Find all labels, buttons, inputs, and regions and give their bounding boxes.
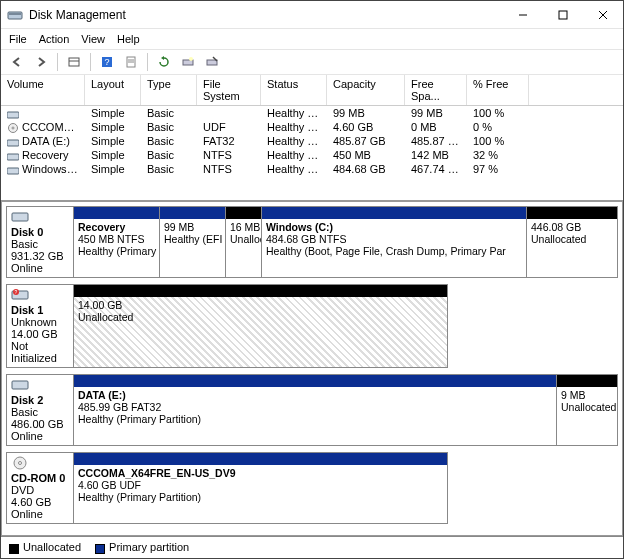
disk-info[interactable]: ? Disk 1 Unknown 14.00 GB Not Initialize… xyxy=(6,284,74,368)
volume-name: Recovery xyxy=(1,148,85,162)
volume-layout: Simple xyxy=(85,162,141,176)
dvd-icon xyxy=(11,456,29,470)
partition[interactable]: CCCOMA_X64FRE_EN-US_DV94.60 GB UDFHealth… xyxy=(74,453,447,523)
disk-row: Disk 2 Basic 486.00 GB Online DATA (E:)4… xyxy=(6,374,618,446)
toolbar-separator xyxy=(90,53,91,71)
forward-button[interactable] xyxy=(31,52,51,72)
volume-capacity: 485.87 GB xyxy=(327,134,405,148)
volume-capacity: 4.60 GB xyxy=(327,120,405,134)
partition-unallocated[interactable]: 14.00 GBUnallocated xyxy=(74,285,447,367)
disk-status: Online xyxy=(11,508,69,520)
volume-row[interactable]: CCCOMA_X64FRE...SimpleBasicUDFHealthy (P… xyxy=(1,120,623,134)
partition[interactable]: Windows (C:)484.68 GB NTFSHealthy (Boot,… xyxy=(262,207,527,277)
partition-status: Healthy (Primary Partition) xyxy=(78,491,201,503)
minimize-button[interactable] xyxy=(503,1,543,28)
partition-size: 446.08 GB xyxy=(531,221,581,233)
volume-row[interactable]: SimpleBasicHealthy (E...99 MB99 MB100 % xyxy=(1,106,623,120)
show-hide-button[interactable] xyxy=(64,52,84,72)
partition-size: 484.68 GB NTFS xyxy=(266,233,347,245)
col-layout[interactable]: Layout xyxy=(85,75,141,105)
volume-layout: Simple xyxy=(85,134,141,148)
volume-fs: NTFS xyxy=(197,148,261,162)
volume-status: Healthy (P... xyxy=(261,120,327,134)
rescan-button[interactable] xyxy=(178,52,198,72)
partition-status: Unalloca xyxy=(230,233,261,245)
volume-list-header: Volume Layout Type File System Status Ca… xyxy=(1,75,623,106)
col-percent-free[interactable]: % Free xyxy=(467,75,529,105)
svg-rect-21 xyxy=(7,168,19,174)
volume-capacity: 99 MB xyxy=(327,106,405,120)
volume-pctfree: 0 % xyxy=(467,120,529,134)
back-button[interactable] xyxy=(7,52,27,72)
volume-name: CCCOMA_X64FRE... xyxy=(1,120,85,134)
maximize-button[interactable] xyxy=(543,1,583,28)
help-icon-button[interactable]: ? xyxy=(97,52,117,72)
refresh-button[interactable] xyxy=(154,52,174,72)
partition-unallocated[interactable]: 446.08 GBUnallocated xyxy=(527,207,617,277)
partition-title: Recovery xyxy=(78,221,155,233)
disk-info[interactable]: Disk 2 Basic 486.00 GB Online xyxy=(6,374,74,446)
volume-type: Basic xyxy=(141,120,197,134)
volume-name: DATA (E:) xyxy=(1,134,85,148)
svg-rect-6 xyxy=(69,58,79,66)
partition-unallocated[interactable]: 16 MBUnalloca xyxy=(226,207,262,277)
menu-help[interactable]: Help xyxy=(117,33,140,45)
disk-type: Basic xyxy=(11,406,69,418)
disk-status: Online xyxy=(11,430,69,442)
partition[interactable]: Recovery450 MB NTFSHealthy (Primary Part xyxy=(74,207,160,277)
partition[interactable]: 99 MBHealthy (EFI Sys xyxy=(160,207,226,277)
col-status[interactable]: Status xyxy=(261,75,327,105)
col-volume[interactable]: Volume xyxy=(1,75,85,105)
col-type[interactable]: Type xyxy=(141,75,197,105)
disk-size: 486.00 GB xyxy=(11,418,69,430)
disk-label: Disk 1 xyxy=(11,304,69,316)
dvd-icon xyxy=(7,123,19,133)
svg-rect-22 xyxy=(12,213,28,221)
volume-row[interactable]: DATA (E:)SimpleBasicFAT32Healthy (P...48… xyxy=(1,134,623,148)
volume-free: 0 MB xyxy=(405,120,467,134)
disk-info[interactable]: Disk 0 Basic 931.32 GB Online xyxy=(6,206,74,278)
disk-info[interactable]: CD-ROM 0 DVD 4.60 GB Online xyxy=(6,452,74,524)
legend-label: Unallocated xyxy=(23,541,81,553)
volume-capacity: 484.68 GB xyxy=(327,162,405,176)
menu-file[interactable]: File xyxy=(9,33,27,45)
disk-management-window: Disk Management File Action View Help ? … xyxy=(0,0,624,559)
settings-button[interactable] xyxy=(202,52,222,72)
svg-text:?: ? xyxy=(104,57,109,67)
svg-rect-19 xyxy=(7,140,19,146)
col-filesystem[interactable]: File System xyxy=(197,75,261,105)
disk-status: Online xyxy=(11,262,69,274)
disk-icon xyxy=(11,210,29,224)
disk-size: 14.00 GB xyxy=(11,328,69,340)
col-free-space[interactable]: Free Spa... xyxy=(405,75,467,105)
volume-row[interactable]: RecoverySimpleBasicNTFSHealthy (P...450 … xyxy=(1,148,623,162)
disk-icon xyxy=(11,378,29,392)
svg-rect-26 xyxy=(12,381,28,389)
col-capacity[interactable]: Capacity xyxy=(327,75,405,105)
menu-view[interactable]: View xyxy=(81,33,105,45)
disk-type: Basic xyxy=(11,238,69,250)
legend: Unallocated Primary partition xyxy=(1,536,623,558)
title-bar: Disk Management xyxy=(1,1,623,29)
svg-point-14 xyxy=(189,57,193,61)
drive-icon xyxy=(7,151,19,161)
partition-unallocated[interactable]: 9 MBUnallocated xyxy=(557,375,617,445)
svg-rect-3 xyxy=(559,11,567,19)
window-controls xyxy=(503,1,623,28)
volume-row[interactable]: Windows (C:)SimpleBasicNTFSHealthy (B...… xyxy=(1,162,623,176)
volume-pctfree: 100 % xyxy=(467,106,529,120)
volume-list[interactable]: Volume Layout Type File System Status Ca… xyxy=(1,75,623,201)
volume-fs: NTFS xyxy=(197,162,261,176)
legend-primary: Primary partition xyxy=(95,541,189,553)
volume-name xyxy=(1,106,85,120)
volume-free: 485.87 GB xyxy=(405,134,467,148)
volume-status: Healthy (P... xyxy=(261,134,327,148)
properties-button[interactable] xyxy=(121,52,141,72)
volume-free: 99 MB xyxy=(405,106,467,120)
close-button[interactable] xyxy=(583,1,623,28)
partition[interactable]: DATA (E:)485.99 GB FAT32Healthy (Primary… xyxy=(74,375,557,445)
menu-action[interactable]: Action xyxy=(39,33,70,45)
partition-size: 485.99 GB FAT32 xyxy=(78,401,161,413)
volume-status: Healthy (P... xyxy=(261,148,327,162)
app-icon xyxy=(7,7,23,23)
